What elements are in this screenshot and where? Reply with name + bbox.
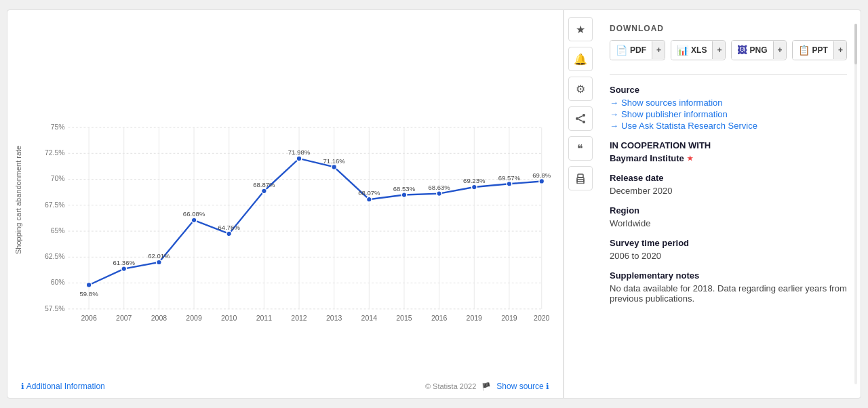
svg-text:62.01%: 62.01% — [148, 252, 170, 260]
pdf-button[interactable]: 📄 PDF + — [610, 40, 665, 60]
pdf-plus[interactable]: + — [652, 41, 665, 59]
svg-text:71.98%: 71.98% — [288, 148, 311, 156]
xls-button[interactable]: 📊 XLS + — [671, 40, 726, 60]
svg-text:75%: 75% — [51, 123, 65, 131]
svg-point-33 — [191, 218, 197, 223]
svg-text:2007: 2007 — [116, 314, 132, 322]
bell-icon[interactable]: 🔔 — [568, 47, 593, 71]
svg-point-32 — [157, 260, 162, 265]
right-panel: DOWNLOAD 📄 PDF + 📊 XLS + — [596, 10, 861, 398]
xls-plus[interactable]: + — [712, 41, 726, 59]
svg-point-37 — [332, 165, 337, 170]
ppt-label: PPT — [812, 45, 828, 55]
share-icon[interactable] — [568, 106, 593, 131]
region-section: Region Worldwide — [610, 205, 847, 228]
quote-icon[interactable]: ❝ — [568, 136, 593, 161]
svg-point-73 — [576, 117, 578, 120]
svg-line-76 — [578, 119, 583, 121]
region-label: Region — [610, 205, 847, 216]
show-publisher-link[interactable]: Show publisher information — [610, 109, 847, 119]
toolbar: ★ 🔔 ⚙ ❝ — [564, 10, 596, 398]
release-date-section: Release date December 2020 — [610, 173, 847, 196]
svg-text:61.36%: 61.36% — [113, 259, 136, 266]
xls-label: XLS — [691, 45, 707, 55]
svg-text:62.5%: 62.5% — [45, 252, 65, 260]
additional-info-link[interactable]: ℹ Additional Information — [21, 382, 105, 391]
svg-point-30 — [86, 283, 92, 288]
svg-text:2006: 2006 — [81, 314, 97, 322]
download-section: DOWNLOAD 📄 PDF + 📊 XLS + — [610, 24, 847, 60]
svg-point-42 — [507, 181, 512, 186]
supplementary-section: Supplementary notes No data available fo… — [610, 270, 847, 304]
svg-point-74 — [583, 121, 585, 123]
copyright-text: © Statista 2022 — [425, 382, 476, 390]
svg-point-39 — [401, 192, 407, 198]
chart-area: Shopping cart abandonment rate — [14, 24, 556, 376]
png-button[interactable]: 🖼 PNG + — [731, 40, 786, 60]
scrollbar[interactable] — [854, 24, 857, 384]
release-date-value: December 2020 — [610, 186, 847, 196]
gear-icon[interactable]: ⚙ — [568, 77, 593, 101]
svg-text:65%: 65% — [51, 226, 65, 234]
svg-text:2019: 2019 — [467, 314, 483, 322]
svg-text:68.53%: 68.53% — [393, 185, 416, 192]
svg-text:2010: 2010 — [221, 314, 237, 322]
svg-text:69.8%: 69.8% — [532, 171, 551, 179]
svg-text:2014: 2014 — [361, 314, 378, 322]
cooperation-section: IN COOPERATION WITH Baymard Institute ★ — [610, 140, 847, 163]
svg-text:2015: 2015 — [396, 314, 412, 322]
left-panel: Shopping cart abandonment rate — [7, 10, 564, 398]
survey-period-value: 2006 to 2020 — [610, 251, 847, 261]
svg-point-72 — [583, 114, 585, 117]
svg-text:2009: 2009 — [186, 314, 202, 322]
ppt-button[interactable]: 📋 PPT + — [792, 40, 847, 60]
svg-text:66.08%: 66.08% — [183, 210, 205, 218]
survey-period-label: Survey time period — [610, 238, 847, 248]
svg-text:70%: 70% — [51, 174, 65, 182]
download-buttons: 📄 PDF + 📊 XLS + 🖼 PNG — [610, 40, 847, 60]
png-plus[interactable]: + — [773, 41, 787, 59]
pdf-label: PDF — [630, 45, 646, 55]
svg-line-75 — [578, 116, 583, 118]
print-icon[interactable] — [568, 166, 593, 190]
svg-text:68.87%: 68.87% — [253, 181, 275, 188]
svg-text:72.5%: 72.5% — [45, 148, 65, 157]
ppt-plus[interactable]: + — [833, 41, 847, 59]
chart-svg: 75% 72.5% 70% 67.5% 65% 62.5% 60% 57.5% — [28, 24, 556, 322]
source-section: Source Show sources information Show pub… — [610, 85, 847, 131]
partner-name: Baymard Institute ★ — [610, 153, 847, 163]
survey-period-section: Survey time period 2006 to 2020 — [610, 238, 847, 261]
y-axis-label: Shopping cart abandonment rate — [14, 24, 28, 376]
ask-statista-link[interactable]: Use Ask Statista Research Service — [610, 121, 847, 131]
show-sources-link[interactable]: Show sources information — [610, 98, 847, 108]
svg-point-35 — [262, 188, 267, 194]
svg-text:71.16%: 71.16% — [323, 157, 345, 165]
svg-text:59.8%: 59.8% — [80, 290, 99, 298]
svg-text:2019: 2019 — [501, 314, 517, 322]
svg-point-40 — [437, 191, 442, 197]
svg-point-31 — [121, 266, 127, 272]
svg-point-43 — [539, 179, 545, 184]
download-title: DOWNLOAD — [610, 24, 847, 33]
svg-text:2016: 2016 — [431, 314, 448, 322]
svg-point-36 — [296, 156, 302, 161]
svg-text:69.23%: 69.23% — [463, 177, 486, 184]
region-value: Worldwide — [610, 218, 847, 228]
svg-point-34 — [226, 231, 232, 237]
supplementary-label: Supplementary notes — [610, 270, 847, 281]
svg-text:2012: 2012 — [291, 314, 307, 322]
svg-text:68.63%: 68.63% — [428, 184, 450, 191]
svg-point-41 — [471, 184, 477, 190]
supplementary-value: No data available for 2018. Data regardi… — [610, 283, 847, 304]
svg-point-38 — [367, 197, 372, 202]
svg-text:2008: 2008 — [151, 314, 167, 322]
svg-text:2011: 2011 — [256, 314, 273, 322]
svg-text:60%: 60% — [51, 278, 65, 286]
svg-text:2013: 2013 — [326, 314, 342, 322]
bookmark-icon[interactable]: ★ — [568, 17, 593, 41]
svg-text:67.5%: 67.5% — [45, 201, 65, 209]
show-source-link[interactable]: Show source ℹ — [496, 382, 549, 391]
svg-text:57.5%: 57.5% — [45, 304, 65, 312]
chart-content: 75% 72.5% 70% 67.5% 65% 62.5% 60% 57.5% — [28, 24, 556, 376]
svg-text:68.07%: 68.07% — [358, 189, 380, 197]
